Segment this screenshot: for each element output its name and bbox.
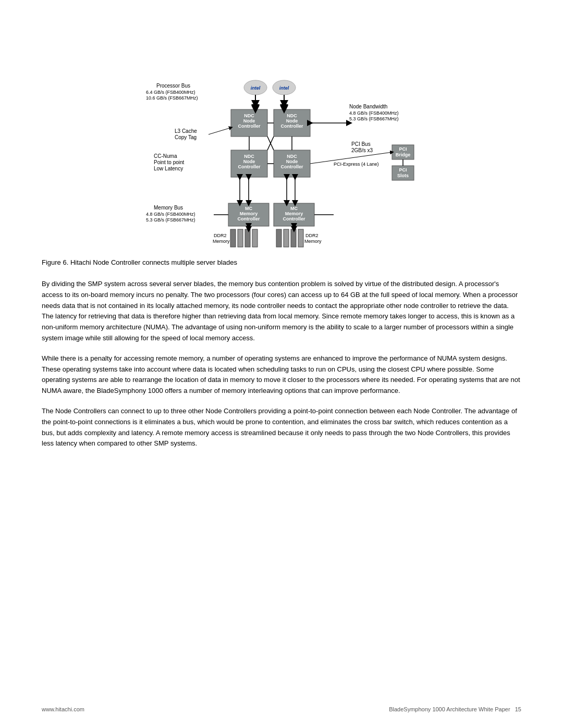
svg-text:Node: Node — [286, 118, 298, 124]
svg-text:intel: intel — [279, 85, 289, 91]
svg-text:5.3 GB/s (FSB667MHz): 5.3 GB/s (FSB667MHz) — [146, 217, 195, 223]
figure-caption: Figure 6. Hitachi Node Controller connec… — [42, 258, 521, 266]
paragraph-3: The Node Controllers can connect to up t… — [42, 406, 521, 449]
svg-text:Slots: Slots — [397, 173, 409, 178]
svg-text:Node: Node — [243, 118, 255, 124]
svg-text:Controller: Controller — [237, 216, 260, 221]
svg-text:NDC: NDC — [287, 113, 297, 118]
svg-rect-69 — [245, 229, 250, 247]
svg-text:MC: MC — [290, 206, 298, 211]
svg-line-33 — [209, 128, 231, 134]
svg-text:Low Latency: Low Latency — [154, 166, 183, 171]
svg-text:MC: MC — [245, 206, 252, 211]
svg-text:intel: intel — [251, 85, 261, 91]
paragraph-2: While there is a penalty for accessing r… — [42, 353, 521, 397]
svg-text:Controller: Controller — [238, 124, 260, 129]
svg-rect-72 — [276, 229, 282, 247]
svg-rect-75 — [298, 229, 303, 247]
svg-rect-74 — [291, 229, 296, 247]
svg-text:Point to point: Point to point — [154, 159, 185, 165]
diagram-wrapper: Processor Bus 6.4 GB/s (FSB400MHz) 10.6 … — [42, 31, 521, 250]
svg-text:CC-Numa: CC-Numa — [154, 153, 177, 159]
svg-text:10.6 GB/s (FSB667MHz): 10.6 GB/s (FSB667MHz) — [146, 95, 198, 101]
svg-text:Controller: Controller — [283, 216, 305, 221]
diagram-svg: Processor Bus 6.4 GB/s (FSB400MHz) 10.6 … — [99, 31, 464, 250]
svg-text:6.4 GB/s (FSB400MHz): 6.4 GB/s (FSB400MHz) — [146, 90, 195, 95]
svg-text:Copy Tag: Copy Tag — [175, 134, 197, 140]
svg-text:Controller: Controller — [280, 164, 303, 169]
svg-rect-70 — [252, 229, 258, 247]
footer-left: www.hitachi.com — [42, 706, 84, 712]
svg-text:PCI Bus: PCI Bus — [351, 141, 371, 147]
svg-text:Node: Node — [243, 159, 255, 164]
svg-text:Memory: Memory — [285, 211, 303, 216]
svg-text:Controller: Controller — [280, 124, 303, 129]
svg-text:Memory: Memory — [240, 211, 258, 216]
svg-text:Memory: Memory — [213, 239, 230, 244]
svg-text:4.8 GB/s (FSB400MHz): 4.8 GB/s (FSB400MHz) — [146, 212, 195, 217]
svg-text:Memory Bus: Memory Bus — [154, 205, 183, 211]
svg-text:2GB/s x3: 2GB/s x3 — [351, 147, 373, 153]
svg-text:Controller: Controller — [238, 164, 260, 169]
footer-right: BladeSymphony 1000 Architecture White Pa… — [389, 706, 521, 712]
svg-text:5.3 GB/s (FSB667MHz): 5.3 GB/s (FSB667MHz) — [349, 116, 399, 121]
svg-text:Bridge: Bridge — [396, 152, 411, 157]
svg-text:PCI: PCI — [399, 167, 407, 172]
svg-text:Node Bandwidth: Node Bandwidth — [349, 104, 387, 109]
svg-text:Processor Bus: Processor Bus — [156, 83, 190, 89]
svg-text:Memory: Memory — [304, 239, 322, 244]
svg-text:NDC: NDC — [244, 113, 254, 118]
svg-rect-67 — [230, 229, 236, 247]
svg-text:NDC: NDC — [244, 154, 254, 159]
svg-text:DDR2: DDR2 — [214, 233, 227, 238]
footer: www.hitachi.com BladeSymphony 1000 Archi… — [42, 706, 521, 712]
page-container: Processor Bus 6.4 GB/s (FSB400MHz) 10.6 … — [0, 0, 563, 728]
svg-text:4.8 GB/s (FSB400MHz): 4.8 GB/s (FSB400MHz) — [349, 110, 399, 116]
svg-text:Node: Node — [286, 159, 298, 164]
svg-rect-73 — [284, 229, 289, 247]
svg-text:NDC: NDC — [287, 154, 297, 159]
svg-text:PCI-Express (4 Lane): PCI-Express (4 Lane) — [334, 162, 379, 167]
svg-text:DDR2: DDR2 — [305, 233, 319, 238]
paragraph-1: By dividing the SMP system across severa… — [42, 279, 521, 344]
svg-rect-68 — [238, 229, 243, 247]
svg-text:L3 Cache: L3 Cache — [175, 128, 197, 134]
svg-text:PCI: PCI — [399, 146, 407, 152]
